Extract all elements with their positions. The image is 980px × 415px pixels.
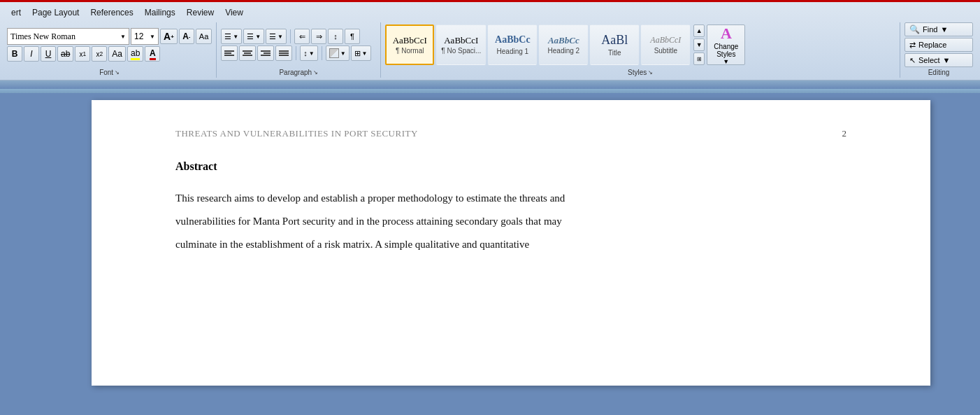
menu-ert[interactable]: ert xyxy=(6,6,27,19)
replace-label: Replace xyxy=(918,41,946,49)
menu-references[interactable]: References xyxy=(85,6,138,19)
change-styles-line1: Change xyxy=(714,43,738,50)
font-expand-icon[interactable]: ↘ xyxy=(115,69,120,76)
align-center-icon xyxy=(243,50,252,56)
document-container: THREATS AND VULNERABILITIES IN PORT SECU… xyxy=(0,93,980,386)
styles-scroll: ▲ ▼ ⊞ xyxy=(693,24,705,65)
menu-view[interactable]: View xyxy=(219,6,249,19)
style-normal-preview: AaBbCcI xyxy=(393,35,427,46)
font-size-arrow: ▼ xyxy=(150,34,155,40)
sort-icon: ↕ xyxy=(333,32,338,41)
styles-scroll-down[interactable]: ▼ xyxy=(693,38,705,51)
style-heading2[interactable]: AaBbCc Heading 2 xyxy=(539,24,588,65)
change-styles-arrow: ▼ xyxy=(723,58,729,65)
decrease-indent-button[interactable]: ⇐ xyxy=(294,29,310,44)
bullets-button[interactable]: ☰▼ xyxy=(221,29,242,44)
increase-indent-button[interactable]: ⇒ xyxy=(311,29,326,44)
font-size-dropdown[interactable]: 12 ▼ xyxy=(131,28,159,45)
style-normal-label: ¶ Normal xyxy=(396,47,424,55)
body-line3: culminate in the establishment of a risk… xyxy=(175,239,529,250)
styles-scroll-up[interactable]: ▲ xyxy=(693,24,705,37)
style-normal[interactable]: AaBbCcI ¶ Normal xyxy=(385,24,434,65)
multilevel-icon: ☰ xyxy=(269,32,276,41)
sort-button[interactable]: ↕ xyxy=(328,29,343,44)
menu-page-layout[interactable]: Page Layout xyxy=(27,6,85,19)
show-marks-icon: ¶ xyxy=(350,32,354,41)
style-no-spacing[interactable]: AaBbCcI ¶ No Spaci... xyxy=(436,24,486,65)
select-button[interactable]: ↖ Select ▼ xyxy=(905,53,973,67)
font-controls: Times New Roman ▼ 12 ▼ A+ A- Aa B I U ab xyxy=(7,22,212,67)
font-name-value: Times New Roman xyxy=(10,31,119,42)
font-section-label: Font ↘ xyxy=(7,67,212,78)
font-color-button[interactable]: A xyxy=(145,46,160,62)
replace-icon: ⇄ xyxy=(909,41,916,50)
abstract-heading: Abstract xyxy=(175,160,846,173)
paragraph-row1: ☰▼ ☰▼ ☰▼ ⇐ ⇒ ↕ xyxy=(221,29,376,44)
style-subtitle-label: Subtitle xyxy=(654,47,677,55)
page-header: THREATS AND VULNERABILITIES IN PORT SECU… xyxy=(175,128,846,139)
paragraph-row2: ↕▼ ▼ ⊞▼ xyxy=(221,45,376,61)
style-heading2-label: Heading 2 xyxy=(548,47,580,55)
find-button[interactable]: 🔍 Find ▼ xyxy=(905,22,973,36)
align-right-icon xyxy=(261,50,271,56)
font-color-text: A xyxy=(150,48,156,60)
borders-button[interactable]: ⊞▼ xyxy=(351,45,371,61)
style-heading1[interactable]: AaBbCc Heading 1 xyxy=(488,24,537,65)
subscript-button[interactable]: x1 xyxy=(75,46,90,62)
change-case-button[interactable]: Aa xyxy=(108,46,126,62)
find-arrow: ▼ xyxy=(940,25,948,34)
increase-indent-icon: ⇒ xyxy=(316,32,322,41)
styles-section: AaBbCcI ¶ Normal AaBbCcI ¶ No Spaci... A… xyxy=(381,22,900,78)
superscript-button[interactable]: x2 xyxy=(92,46,107,62)
align-right-button[interactable] xyxy=(257,45,274,61)
change-styles-icon: A xyxy=(721,24,732,43)
font-grow-button[interactable]: A+ xyxy=(160,29,178,44)
change-styles-line2: Styles xyxy=(716,50,735,58)
menu-mailings[interactable]: Mailings xyxy=(139,6,181,19)
menu-review[interactable]: Review xyxy=(181,6,219,19)
change-styles-button[interactable]: A Change Styles ▼ xyxy=(707,24,745,65)
font-label-text: Font xyxy=(99,69,113,76)
style-heading1-preview: AaBbCc xyxy=(495,34,531,46)
align-center-button[interactable] xyxy=(239,45,256,61)
paragraph-expand-icon[interactable]: ↘ xyxy=(313,69,318,76)
style-no-spacing-label: ¶ No Spaci... xyxy=(441,47,481,55)
justify-button[interactable] xyxy=(275,45,292,61)
italic-button[interactable]: I xyxy=(24,46,39,62)
bold-button[interactable]: B xyxy=(7,46,22,62)
underline-button[interactable]: U xyxy=(41,46,56,62)
style-title[interactable]: AaBl Title xyxy=(590,24,639,65)
font-name-dropdown[interactable]: Times New Roman ▼ xyxy=(7,28,129,45)
style-subtitle[interactable]: AaBbCcI Subtitle xyxy=(641,24,690,65)
justify-icon xyxy=(279,50,289,56)
strikethrough-button[interactable]: ab xyxy=(57,46,73,62)
toolbar: Times New Roman ▼ 12 ▼ A+ A- Aa B I U ab xyxy=(0,20,980,80)
styles-controls: AaBbCcI ¶ Normal AaBbCcI ¶ No Spaci... A… xyxy=(385,22,895,67)
font-shrink-button[interactable]: A- xyxy=(179,29,194,44)
highlight-button[interactable]: ab xyxy=(127,46,143,62)
replace-button[interactable]: ⇄ Replace xyxy=(905,38,973,52)
styles-items-row: AaBbCcI ¶ Normal AaBbCcI ¶ No Spaci... A… xyxy=(385,22,895,67)
paragraph-label-text: Paragraph xyxy=(279,69,312,76)
font-size-value: 12 xyxy=(134,31,148,41)
styles-expand-icon[interactable]: ↘ xyxy=(648,69,653,76)
para-divider3 xyxy=(322,46,322,60)
numbering-button[interactable]: ☰▼ xyxy=(243,29,264,44)
font-name-arrow: ▼ xyxy=(120,34,126,40)
editing-label-text: Editing xyxy=(928,69,950,76)
body-line1: This research aims to develop and establ… xyxy=(175,192,565,204)
multilevel-button[interactable]: ☰▼ xyxy=(266,29,287,44)
align-left-button[interactable] xyxy=(221,45,238,61)
borders-icon: ⊞ xyxy=(354,49,361,58)
show-marks-button[interactable]: ¶ xyxy=(345,29,360,44)
editing-section: 🔍 Find ▼ ⇄ Replace ↖ Select ▼ Editing xyxy=(900,22,977,78)
style-subtitle-preview: AaBbCcI xyxy=(650,35,681,45)
style-title-label: Title xyxy=(608,49,621,57)
shading-button[interactable]: ▼ xyxy=(326,45,350,61)
ribbon: ert Page Layout References Mailings Revi… xyxy=(0,2,980,80)
line-spacing-button[interactable]: ↕▼ xyxy=(300,45,317,61)
clear-formatting-button[interactable]: Aa xyxy=(196,29,212,44)
styles-scroll-more[interactable]: ⊞ xyxy=(693,52,705,65)
decrease-indent-icon: ⇐ xyxy=(299,32,305,41)
page-header-title: THREATS AND VULNERABILITIES IN PORT SECU… xyxy=(175,128,418,139)
